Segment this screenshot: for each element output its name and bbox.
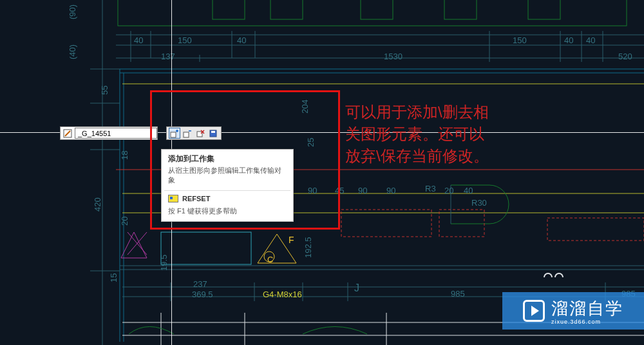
dim-20: 20	[120, 217, 129, 226]
dim-520: 520	[618, 52, 632, 61]
dim-985: 985	[451, 289, 465, 299]
dim-192-5: 192.5	[303, 237, 313, 258]
annotation-line-3: 放弃\保存当前修改。	[345, 145, 489, 167]
svg-rect-38	[439, 210, 484, 237]
svg-rect-56	[171, 132, 176, 137]
block-name-input-panel[interactable]	[60, 126, 158, 140]
dim-195: 19.5	[159, 255, 169, 271]
dim-40rr: 40	[586, 35, 595, 45]
watermark: 溜溜自学 zixue.3d66.com	[502, 292, 644, 330]
svg-marker-31	[121, 232, 147, 258]
dim-40r: 40	[564, 35, 573, 45]
watermark-url: zixue.3d66.com	[551, 319, 623, 325]
add-to-workset-button[interactable]	[169, 128, 180, 139]
svg-rect-2	[270, 0, 303, 19]
dim-40-left: (40)	[68, 44, 77, 59]
svg-rect-39	[547, 218, 644, 241]
dim-90: (90)	[68, 5, 77, 19]
tooltip-title: 添加到工作集	[162, 150, 293, 166]
tooltip: 添加到工作集 从宿主图形向参照编辑工作集传输对象 REFSET 按 F1 键获得…	[161, 149, 294, 222]
refedit-toolbar[interactable]	[166, 126, 222, 140]
dim-20r: 20	[444, 186, 453, 195]
block-name-input[interactable]	[75, 128, 157, 139]
dim-18: 18	[120, 151, 129, 160]
refset-icon	[168, 195, 178, 202]
remove-from-workset-button[interactable]	[182, 128, 193, 139]
dim-1530: 1530	[384, 52, 402, 61]
svg-rect-0	[118, 0, 627, 26]
svg-rect-40	[161, 232, 251, 264]
dim-55: 55	[100, 86, 109, 95]
dim-204: 204	[300, 99, 310, 113]
dim-25: 25	[306, 138, 316, 147]
dim-R30: R30	[471, 198, 487, 208]
annotation-line-2: 关图形元素。还可以	[345, 123, 489, 145]
dim-137: 137	[161, 52, 175, 61]
svg-rect-60	[211, 131, 215, 133]
svg-rect-37	[341, 210, 431, 237]
dim-15: 15	[109, 273, 118, 282]
dim-150r: 150	[513, 35, 527, 45]
dim-90l2: 90	[358, 186, 367, 195]
tooltip-body: 从宿主图形向参照编辑工作集传输对象	[162, 166, 293, 190]
svg-rect-4	[444, 0, 477, 19]
dim-237: 237	[193, 279, 207, 289]
svg-rect-57	[184, 132, 189, 137]
play-icon	[523, 300, 545, 322]
annotation-line-1: 可以用于添加\删去相	[345, 101, 489, 123]
discard-changes-button[interactable]	[194, 128, 206, 139]
dim-40a: 40	[134, 35, 143, 45]
dim-369-5: 369.5	[192, 290, 213, 299]
dim-R3: R3	[425, 184, 436, 193]
dim-420: 420	[93, 197, 102, 212]
dim-90l3: 90	[386, 186, 395, 195]
watermark-brand: 溜溜自学	[551, 299, 623, 318]
dim-40b: 40	[237, 35, 246, 45]
annotation-text: 可以用于添加\删去相 关图形元素。还可以 放弃\保存当前修改。	[345, 101, 489, 167]
svg-rect-1	[213, 0, 245, 19]
label-F: F	[289, 235, 294, 245]
svg-rect-5	[528, 0, 560, 19]
label-J: J	[354, 282, 359, 294]
label-C: C	[267, 255, 273, 264]
dim-45l2: 45	[335, 186, 344, 195]
svg-rect-3	[361, 0, 393, 19]
save-changes-button[interactable]	[207, 128, 219, 139]
tooltip-command: REFSET	[182, 195, 210, 202]
block-edit-icon	[62, 128, 73, 139]
dim-90l: 90	[308, 186, 317, 195]
tooltip-help: 按 F1 键获得更多帮助	[162, 205, 293, 221]
dim-40rr2: 40	[464, 186, 473, 195]
dim-m8x16: G4-M8x16	[263, 290, 302, 299]
dim-150: 150	[178, 35, 192, 45]
